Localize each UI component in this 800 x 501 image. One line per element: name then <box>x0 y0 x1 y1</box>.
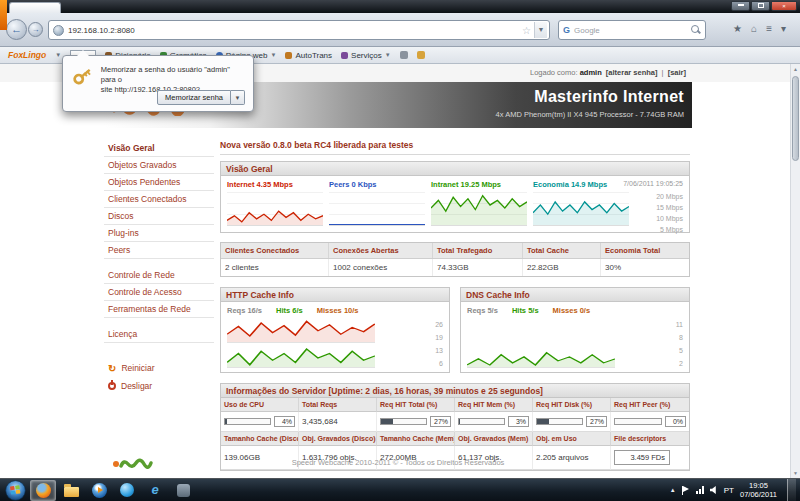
server-info-title: Informações do Servidor [Uptime: 2 dias,… <box>221 384 689 398</box>
sidebar-item-discos[interactable]: Discos <box>104 208 214 225</box>
sidebar-item-peers[interactable]: Peers <box>104 242 214 259</box>
url-bar[interactable]: 192.168.10.2:8080 ☆ ▼ <box>48 20 550 40</box>
application-icon <box>177 484 190 497</box>
gear-icon[interactable] <box>400 51 408 59</box>
server-header: File descriptors <box>611 432 689 446</box>
volume-icon[interactable] <box>710 486 718 494</box>
hit-peer-cell: 0% <box>611 412 689 432</box>
folder-icon <box>64 487 79 497</box>
shutdown-button[interactable]: Desligar <box>104 377 214 395</box>
cpu-progress-bar <box>224 418 271 425</box>
maximize-button[interactable] <box>751 1 770 11</box>
peers-sparkline <box>329 192 425 226</box>
menu-list-icon[interactable]: ≡ <box>766 22 772 36</box>
downloads-icon[interactable]: ▾ <box>781 22 786 36</box>
foxlingo-services-button[interactable]: Serviços▼ <box>341 51 391 60</box>
sidebar-item-ferramentas-de-rede[interactable]: Ferramentas de Rede <box>104 301 214 318</box>
sidebar-item-plugins[interactable]: Plug-ins <box>104 225 214 242</box>
scrollbar-thumb[interactable] <box>792 76 799 161</box>
sidebar-item-controle-de-rede[interactable]: Controle de Rede <box>104 267 214 284</box>
search-placeholder[interactable]: Google <box>574 26 691 35</box>
page-title: Masterinfo Internet <box>534 88 684 106</box>
stats-value: 22.82GB <box>523 259 601 276</box>
show-desktop-button[interactable] <box>787 479 796 501</box>
chevron-down-icon: ▼ <box>271 52 277 58</box>
copyright-text: Speedr Webcache 2010-2011 © - Todos os D… <box>104 456 692 470</box>
stats-header: Conexões Abertas <box>329 243 433 258</box>
scrollbar[interactable]: ▲ ▼ <box>790 64 800 478</box>
browser-tab[interactable] <box>9 2 61 13</box>
minimize-button[interactable] <box>731 1 750 11</box>
hit-disk-cell: 27% <box>533 412 611 432</box>
scroll-down-icon[interactable]: ▼ <box>791 468 800 478</box>
remember-password-button[interactable]: Memorizar senha <box>157 90 231 105</box>
taskbar-media-player-button[interactable] <box>86 480 112 501</box>
peers-metric: Peers 0 Kbps <box>329 180 431 189</box>
bookmarks-icon[interactable]: ★ <box>733 22 742 36</box>
taskbar: e ▲ PT 19:05 07/06/2011 <box>0 478 800 501</box>
close-button[interactable]: × <box>771 1 797 11</box>
taskbar-messenger-button[interactable] <box>114 480 140 501</box>
close-icon: × <box>782 3 786 9</box>
http-reqs-sparkline <box>227 318 375 343</box>
sidebar-item-objetos-pendentes[interactable]: Objetos Pendentes <box>104 174 214 191</box>
browser-titlebar: × <box>0 0 800 13</box>
sidebar-item-licenca[interactable]: Licença <box>104 326 214 343</box>
server-header: Tamanho Cache (Mem) <box>377 432 455 446</box>
sidebar: Visão Geral Objetos Gravados Objetos Pen… <box>104 140 214 395</box>
key-icon[interactable] <box>417 51 425 59</box>
taskbar-app-button[interactable] <box>170 480 196 501</box>
sidebar-item-visao-geral[interactable]: Visão Geral <box>104 140 214 157</box>
server-specs: 4x AMD Phenom(tm) II X4 945 Processor - … <box>496 110 684 119</box>
internet-explorer-icon: e <box>151 483 158 497</box>
stats-header: Economia Total <box>601 243 689 258</box>
sidebar-item-clientes-conectados[interactable]: Clientes Conectados <box>104 191 214 208</box>
hit-total-cell: 27% <box>377 412 455 432</box>
http-axis: 26 19 13 6 <box>435 318 443 370</box>
dns-hits-sparkline <box>467 343 615 368</box>
action-center-flag-icon[interactable] <box>682 486 690 495</box>
remember-password-dropdown[interactable]: ▼ <box>231 90 245 105</box>
overview-panel: Visão Geral Internet 4.35 Mbps Peers 0 K… <box>220 161 690 233</box>
change-password-link[interactable]: [alterar senha] <box>606 68 658 77</box>
back-button[interactable]: ← <box>6 19 27 40</box>
home-icon[interactable]: ⌂ <box>751 22 757 36</box>
restart-button[interactable]: ↻ Reiniciar <box>104 359 214 377</box>
url-text[interactable]: 192.168.10.2:8080 <box>68 26 519 35</box>
sidebar-item-controle-de-acesso[interactable]: Controle de Acesso <box>104 284 214 301</box>
restart-icon: ↻ <box>108 364 116 373</box>
power-icon <box>108 382 116 390</box>
network-icon[interactable] <box>696 486 704 494</box>
dns-misses-metric: Misses 0/s <box>553 306 591 315</box>
overview-timestamp: 7/06/2011 19:05:25 <box>623 180 683 187</box>
server-header: Req HIT Total (%) <box>377 398 455 412</box>
taskbar-explorer-button[interactable] <box>58 480 84 501</box>
scroll-up-icon[interactable]: ▲ <box>791 64 800 74</box>
stats-header: Total Trafegado <box>433 243 523 258</box>
url-dropdown[interactable]: ▼ <box>534 22 547 38</box>
hidden-icons-chevron-icon[interactable]: ▲ <box>670 487 676 493</box>
taskbar-ie-button[interactable]: e <box>142 480 168 501</box>
stats-value: 1002 conexões <box>329 259 433 276</box>
chevron-down-icon: ▼ <box>385 52 391 58</box>
firefox-menu-button[interactable] <box>0 0 7 30</box>
forward-button[interactable]: → <box>28 22 43 37</box>
language-indicator[interactable]: PT <box>724 486 734 495</box>
search-engine-icon: G <box>563 25 570 35</box>
search-icon[interactable] <box>691 25 701 35</box>
bookmark-star-icon[interactable]: ☆ <box>522 25 531 36</box>
server-header: Uso de CPU <box>221 398 299 412</box>
clock[interactable]: 19:05 07/06/2011 <box>740 481 777 499</box>
server-header: Req HIT Peer (%) <box>611 398 689 412</box>
firefox-icon <box>36 483 51 498</box>
foxlingo-autotrans-button[interactable]: AutoTrans <box>285 51 332 60</box>
taskbar-firefox-button[interactable] <box>30 480 56 501</box>
logout-link[interactable]: [sair] <box>668 68 686 77</box>
foxlingo-brand[interactable]: FoxLingo <box>8 50 46 60</box>
start-button[interactable] <box>5 480 26 501</box>
stats-table: Clientes Conectados Conexões Abertas Tot… <box>220 242 690 277</box>
search-bar[interactable]: G Google <box>558 20 706 40</box>
hit-mem-cell: 3% <box>455 412 533 432</box>
server-header: Tamanho Cache (Disco) <box>221 432 299 446</box>
sidebar-item-objetos-gravados[interactable]: Objetos Gravados <box>104 157 214 174</box>
